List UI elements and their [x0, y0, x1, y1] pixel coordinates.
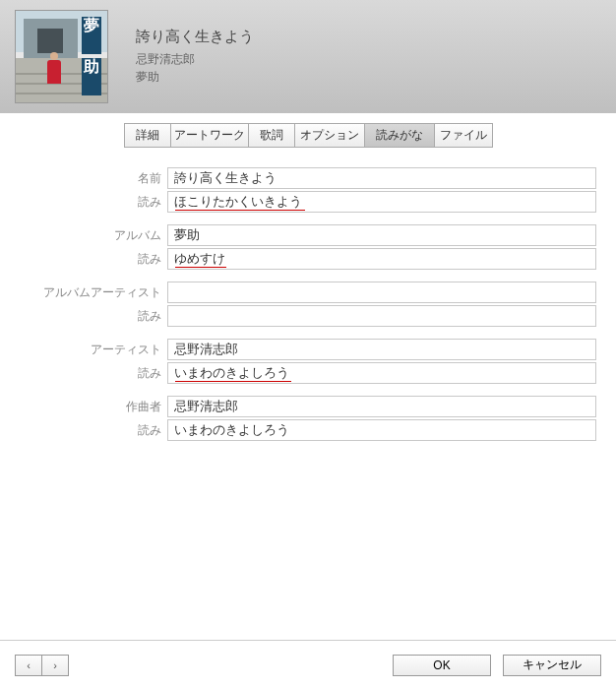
- header-album: 夢助: [136, 68, 254, 86]
- label-composer-yomi: 読み: [0, 422, 167, 439]
- label-name: 名前: [0, 170, 167, 187]
- label-artist-yomi: 読み: [0, 365, 167, 382]
- album-yomi-field[interactable]: [167, 248, 596, 270]
- album-artist-field[interactable]: [167, 282, 596, 303]
- ok-button[interactable]: OK: [393, 655, 491, 676]
- form-area: 名前 読み アルバム 読み アルバムアーティスト: [0, 148, 616, 441]
- tab-details[interactable]: 詳細: [124, 123, 171, 148]
- prev-button[interactable]: ‹: [15, 655, 42, 676]
- album-field[interactable]: [167, 224, 596, 246]
- artist-field[interactable]: [167, 339, 596, 360]
- tab-sorting[interactable]: 読みがな: [364, 123, 435, 148]
- cancel-button[interactable]: キャンセル: [503, 655, 601, 676]
- header-artist: 忌野清志郎: [136, 50, 254, 68]
- spell-underline: [175, 267, 226, 269]
- tab-file[interactable]: ファイル: [434, 123, 493, 148]
- composer-yomi-field[interactable]: [167, 419, 596, 441]
- name-field[interactable]: [167, 167, 596, 189]
- album-artwork: 夢 助: [15, 10, 108, 103]
- label-album-artist: アルバムアーティスト: [0, 284, 167, 301]
- header-title: 誇り高く生きよう: [136, 28, 254, 46]
- next-button[interactable]: ›: [41, 655, 69, 676]
- tab-lyrics[interactable]: 歌詞: [248, 123, 295, 148]
- label-album-artist-yomi: 読み: [0, 308, 167, 325]
- artwork-kanji: 夢: [82, 17, 101, 54]
- label-name-yomi: 読み: [0, 194, 167, 211]
- label-composer: 作曲者: [0, 399, 167, 415]
- chevron-left-icon: ‹: [27, 659, 31, 671]
- spell-underline: [175, 381, 291, 383]
- label-artist: アーティスト: [0, 342, 167, 358]
- composer-field[interactable]: [167, 396, 596, 417]
- chevron-right-icon: ›: [53, 659, 57, 671]
- label-album-yomi: 読み: [0, 251, 167, 268]
- tab-options[interactable]: オプション: [294, 123, 365, 148]
- spell-underline: [175, 210, 305, 212]
- album-artist-yomi-field[interactable]: [167, 305, 596, 327]
- artwork-kanji: 助: [82, 58, 101, 95]
- tab-bar: 詳細 アートワーク 歌詞 オプション 読みがな ファイル: [0, 113, 616, 148]
- footer-bar: ‹ › OK キャンセル: [0, 640, 616, 689]
- header-bar: 夢 助 誇り高く生きよう 忌野清志郎 夢助: [0, 0, 616, 113]
- tab-artwork[interactable]: アートワーク: [170, 123, 249, 148]
- header-info: 誇り高く生きよう 忌野清志郎 夢助: [136, 10, 254, 86]
- label-album: アルバム: [0, 227, 167, 244]
